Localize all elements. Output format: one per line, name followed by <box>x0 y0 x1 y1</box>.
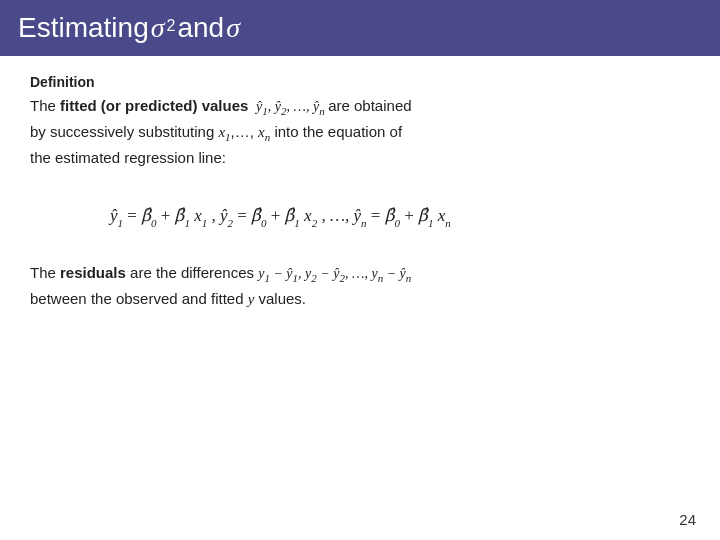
para1-text7: into the equation of <box>270 123 402 140</box>
sigma-squared-expr: σ2 <box>151 12 176 44</box>
svg-text:ŷ1
         = 
        β̂0
   : ŷ1 = β̂0 + β̂1 x1 , ŷ2 = β̂0 + β̂1 x2 , … <box>108 206 451 229</box>
para2-text3: between the observed and fitted <box>30 290 248 307</box>
main-content: Definition The fitted (or predicted) val… <box>0 56 720 329</box>
para1-xn: xn <box>258 124 270 140</box>
residuals-paragraph: The residuals are the differences y1 − ŷ… <box>30 261 690 311</box>
para1-text8: the estimated regression line: <box>30 149 226 166</box>
definition-label: Definition <box>30 74 690 90</box>
para2-text1: The <box>30 264 60 281</box>
para1-text1: The <box>30 97 60 114</box>
para1-bold: fitted (or predicted) values <box>60 97 248 114</box>
para1-fitted-values: ŷ1, ŷ2, …, ŷn <box>253 99 329 114</box>
and-text: and <box>177 12 224 44</box>
para1-ellipsis: ,…, <box>231 123 259 140</box>
para1-text2: are obtained <box>328 97 411 114</box>
exponent-2: 2 <box>167 17 176 35</box>
definition-paragraph: The fitted (or predicted) values ŷ1, ŷ2,… <box>30 94 690 169</box>
sigma-symbol-2: σ <box>226 12 240 44</box>
formula-svg: ŷ1 = β̂0 + β̂1 x1 , ŷ2 = β̂0 + β̂1 x2 , … <box>100 187 620 235</box>
residuals-formula: y1 − ŷ1, y2 − ŷ2, …, yn − ŷn <box>258 266 411 281</box>
header-title: Estimating σ2 and σ <box>18 12 240 44</box>
para1-x1: x1 <box>218 124 230 140</box>
para2-text4: values. <box>254 290 306 307</box>
formula-block: ŷ1 = β̂0 + β̂1 x1 , ŷ2 = β̂0 + β̂1 x2 , … <box>30 187 690 239</box>
title-text: Estimating <box>18 12 149 44</box>
page-number: 24 <box>679 511 696 528</box>
header-bar: Estimating σ2 and σ <box>0 0 720 56</box>
para2-text2: are the differences <box>126 264 258 281</box>
para1-text3: by successively substituting <box>30 123 218 140</box>
para2-bold: residuals <box>60 264 126 281</box>
sigma-symbol: σ <box>151 12 165 44</box>
